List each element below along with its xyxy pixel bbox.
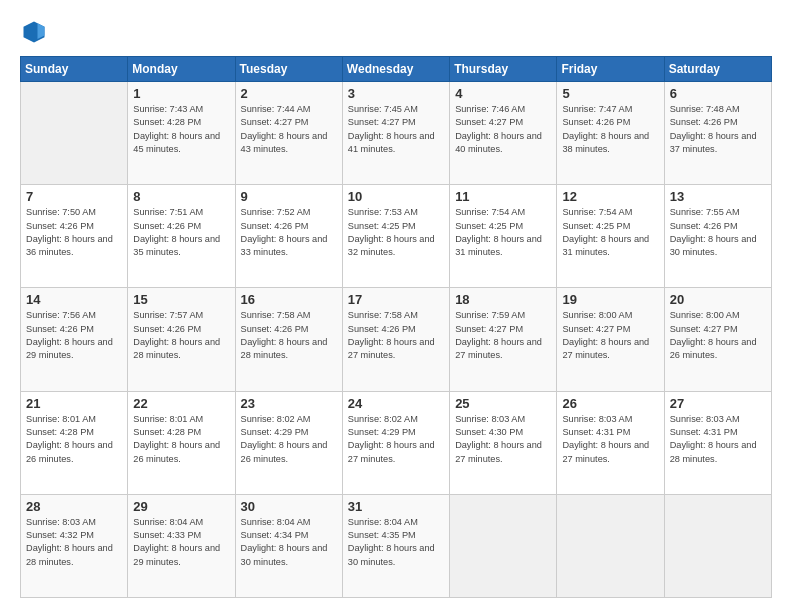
logo xyxy=(20,18,52,46)
calendar-table: SundayMondayTuesdayWednesdayThursdayFrid… xyxy=(20,56,772,598)
calendar-day-cell: 8 Sunrise: 7:51 AMSunset: 4:26 PMDayligh… xyxy=(128,185,235,288)
day-info: Sunrise: 8:04 AMSunset: 4:35 PMDaylight:… xyxy=(348,516,444,569)
day-number: 14 xyxy=(26,292,122,307)
day-number: 18 xyxy=(455,292,551,307)
calendar-day-cell: 17 Sunrise: 7:58 AMSunset: 4:26 PMDaylig… xyxy=(342,288,449,391)
day-info: Sunrise: 7:51 AMSunset: 4:26 PMDaylight:… xyxy=(133,206,229,259)
day-number: 27 xyxy=(670,396,766,411)
header xyxy=(20,18,772,46)
day-number: 12 xyxy=(562,189,658,204)
calendar-body: 1 Sunrise: 7:43 AMSunset: 4:28 PMDayligh… xyxy=(21,82,772,598)
day-number: 8 xyxy=(133,189,229,204)
day-info: Sunrise: 8:03 AMSunset: 4:31 PMDaylight:… xyxy=(670,413,766,466)
day-number: 20 xyxy=(670,292,766,307)
day-info: Sunrise: 8:03 AMSunset: 4:32 PMDaylight:… xyxy=(26,516,122,569)
calendar-week-row: 7 Sunrise: 7:50 AMSunset: 4:26 PMDayligh… xyxy=(21,185,772,288)
calendar-week-row: 28 Sunrise: 8:03 AMSunset: 4:32 PMDaylig… xyxy=(21,494,772,597)
day-number: 11 xyxy=(455,189,551,204)
calendar-day-cell: 20 Sunrise: 8:00 AMSunset: 4:27 PMDaylig… xyxy=(664,288,771,391)
day-info: Sunrise: 7:54 AMSunset: 4:25 PMDaylight:… xyxy=(562,206,658,259)
day-of-week-header: Friday xyxy=(557,57,664,82)
calendar-day-cell: 13 Sunrise: 7:55 AMSunset: 4:26 PMDaylig… xyxy=(664,185,771,288)
day-number: 5 xyxy=(562,86,658,101)
calendar-day-cell: 25 Sunrise: 8:03 AMSunset: 4:30 PMDaylig… xyxy=(450,391,557,494)
day-number: 30 xyxy=(241,499,337,514)
calendar-day-cell: 10 Sunrise: 7:53 AMSunset: 4:25 PMDaylig… xyxy=(342,185,449,288)
day-of-week-header: Thursday xyxy=(450,57,557,82)
calendar-day-cell: 15 Sunrise: 7:57 AMSunset: 4:26 PMDaylig… xyxy=(128,288,235,391)
calendar-day-cell: 19 Sunrise: 8:00 AMSunset: 4:27 PMDaylig… xyxy=(557,288,664,391)
day-of-week-header: Monday xyxy=(128,57,235,82)
calendar-day-cell: 5 Sunrise: 7:47 AMSunset: 4:26 PMDayligh… xyxy=(557,82,664,185)
calendar-day-cell: 11 Sunrise: 7:54 AMSunset: 4:25 PMDaylig… xyxy=(450,185,557,288)
day-info: Sunrise: 7:43 AMSunset: 4:28 PMDaylight:… xyxy=(133,103,229,156)
calendar-day-cell: 6 Sunrise: 7:48 AMSunset: 4:26 PMDayligh… xyxy=(664,82,771,185)
day-number: 7 xyxy=(26,189,122,204)
day-info: Sunrise: 8:03 AMSunset: 4:31 PMDaylight:… xyxy=(562,413,658,466)
day-info: Sunrise: 7:48 AMSunset: 4:26 PMDaylight:… xyxy=(670,103,766,156)
day-info: Sunrise: 8:01 AMSunset: 4:28 PMDaylight:… xyxy=(133,413,229,466)
day-number: 29 xyxy=(133,499,229,514)
day-info: Sunrise: 7:46 AMSunset: 4:27 PMDaylight:… xyxy=(455,103,551,156)
day-info: Sunrise: 7:58 AMSunset: 4:26 PMDaylight:… xyxy=(348,309,444,362)
calendar-day-cell xyxy=(557,494,664,597)
day-number: 1 xyxy=(133,86,229,101)
day-number: 2 xyxy=(241,86,337,101)
calendar-day-cell: 27 Sunrise: 8:03 AMSunset: 4:31 PMDaylig… xyxy=(664,391,771,494)
day-info: Sunrise: 8:02 AMSunset: 4:29 PMDaylight:… xyxy=(348,413,444,466)
calendar-day-cell: 21 Sunrise: 8:01 AMSunset: 4:28 PMDaylig… xyxy=(21,391,128,494)
day-number: 21 xyxy=(26,396,122,411)
calendar-day-cell: 7 Sunrise: 7:50 AMSunset: 4:26 PMDayligh… xyxy=(21,185,128,288)
calendar-day-cell: 30 Sunrise: 8:04 AMSunset: 4:34 PMDaylig… xyxy=(235,494,342,597)
calendar-day-cell: 24 Sunrise: 8:02 AMSunset: 4:29 PMDaylig… xyxy=(342,391,449,494)
calendar-day-cell: 28 Sunrise: 8:03 AMSunset: 4:32 PMDaylig… xyxy=(21,494,128,597)
day-number: 28 xyxy=(26,499,122,514)
calendar-day-cell: 18 Sunrise: 7:59 AMSunset: 4:27 PMDaylig… xyxy=(450,288,557,391)
calendar-day-cell: 22 Sunrise: 8:01 AMSunset: 4:28 PMDaylig… xyxy=(128,391,235,494)
day-info: Sunrise: 7:47 AMSunset: 4:26 PMDaylight:… xyxy=(562,103,658,156)
day-of-week-header: Wednesday xyxy=(342,57,449,82)
calendar-day-cell: 1 Sunrise: 7:43 AMSunset: 4:28 PMDayligh… xyxy=(128,82,235,185)
day-number: 16 xyxy=(241,292,337,307)
day-info: Sunrise: 7:54 AMSunset: 4:25 PMDaylight:… xyxy=(455,206,551,259)
day-info: Sunrise: 7:52 AMSunset: 4:26 PMDaylight:… xyxy=(241,206,337,259)
calendar-day-cell: 4 Sunrise: 7:46 AMSunset: 4:27 PMDayligh… xyxy=(450,82,557,185)
calendar-day-cell xyxy=(664,494,771,597)
day-of-week-header: Saturday xyxy=(664,57,771,82)
calendar-day-cell: 26 Sunrise: 8:03 AMSunset: 4:31 PMDaylig… xyxy=(557,391,664,494)
calendar-day-cell: 29 Sunrise: 8:04 AMSunset: 4:33 PMDaylig… xyxy=(128,494,235,597)
day-info: Sunrise: 7:53 AMSunset: 4:25 PMDaylight:… xyxy=(348,206,444,259)
day-number: 10 xyxy=(348,189,444,204)
day-info: Sunrise: 8:00 AMSunset: 4:27 PMDaylight:… xyxy=(562,309,658,362)
calendar-day-cell xyxy=(21,82,128,185)
page: SundayMondayTuesdayWednesdayThursdayFrid… xyxy=(0,0,792,612)
day-info: Sunrise: 7:44 AMSunset: 4:27 PMDaylight:… xyxy=(241,103,337,156)
calendar-day-cell: 23 Sunrise: 8:02 AMSunset: 4:29 PMDaylig… xyxy=(235,391,342,494)
calendar-day-cell: 3 Sunrise: 7:45 AMSunset: 4:27 PMDayligh… xyxy=(342,82,449,185)
calendar-day-cell xyxy=(450,494,557,597)
logo-icon xyxy=(20,18,48,46)
day-info: Sunrise: 8:02 AMSunset: 4:29 PMDaylight:… xyxy=(241,413,337,466)
calendar-day-cell: 2 Sunrise: 7:44 AMSunset: 4:27 PMDayligh… xyxy=(235,82,342,185)
day-info: Sunrise: 7:59 AMSunset: 4:27 PMDaylight:… xyxy=(455,309,551,362)
day-number: 19 xyxy=(562,292,658,307)
day-info: Sunrise: 8:04 AMSunset: 4:34 PMDaylight:… xyxy=(241,516,337,569)
day-info: Sunrise: 7:58 AMSunset: 4:26 PMDaylight:… xyxy=(241,309,337,362)
calendar-day-cell: 16 Sunrise: 7:58 AMSunset: 4:26 PMDaylig… xyxy=(235,288,342,391)
calendar-day-cell: 9 Sunrise: 7:52 AMSunset: 4:26 PMDayligh… xyxy=(235,185,342,288)
header-row: SundayMondayTuesdayWednesdayThursdayFrid… xyxy=(21,57,772,82)
day-number: 22 xyxy=(133,396,229,411)
day-info: Sunrise: 7:45 AMSunset: 4:27 PMDaylight:… xyxy=(348,103,444,156)
day-number: 13 xyxy=(670,189,766,204)
day-number: 15 xyxy=(133,292,229,307)
day-info: Sunrise: 7:56 AMSunset: 4:26 PMDaylight:… xyxy=(26,309,122,362)
day-number: 26 xyxy=(562,396,658,411)
day-of-week-header: Sunday xyxy=(21,57,128,82)
day-info: Sunrise: 8:00 AMSunset: 4:27 PMDaylight:… xyxy=(670,309,766,362)
day-number: 17 xyxy=(348,292,444,307)
day-number: 4 xyxy=(455,86,551,101)
day-info: Sunrise: 8:03 AMSunset: 4:30 PMDaylight:… xyxy=(455,413,551,466)
day-number: 24 xyxy=(348,396,444,411)
day-number: 25 xyxy=(455,396,551,411)
day-of-week-header: Tuesday xyxy=(235,57,342,82)
